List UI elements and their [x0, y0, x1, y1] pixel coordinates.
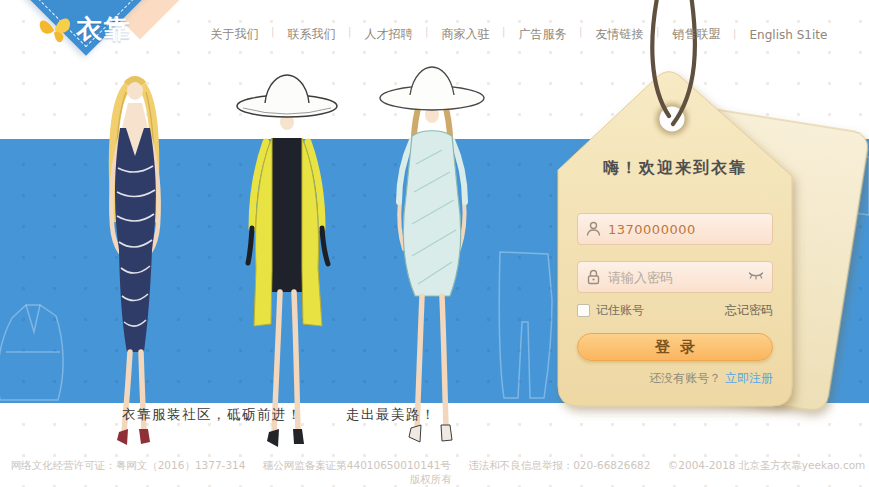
nav-item-about[interactable]: 关于我们 — [196, 26, 273, 43]
eye-closed-icon[interactable] — [748, 270, 764, 282]
register-row: 还没有账号？ 立即注册 — [577, 370, 773, 387]
lock-icon — [586, 269, 601, 285]
footer-report: 违法和不良信息举报：020-66826682 — [468, 459, 650, 471]
hero-slogan: 衣靠服装社区，砥砺前进！ 走出最美路！ — [122, 406, 436, 424]
login-panel: 嗨！欢迎来到衣靠 记住 — [556, 150, 794, 387]
remember-label: 记住账号 — [596, 302, 644, 319]
footer-license: 网络文化经营许可证：粤网文（2016）1377-314 — [11, 459, 246, 471]
remember-checkbox[interactable] — [577, 304, 590, 317]
account-field-wrapper — [577, 213, 773, 245]
tag-hole — [660, 107, 685, 132]
footer-record: 穗公网监备案证第44010650010141号 — [263, 459, 451, 471]
top-nav: 关于我们 联系我们 人才招聘 商家入驻 广告服务 友情链接 销售联盟 Engli… — [196, 26, 842, 43]
tag-hole-shadow — [656, 103, 688, 135]
person-icon — [586, 221, 601, 237]
no-account-label: 还没有账号？ — [649, 371, 721, 385]
nav-item-english[interactable]: English S1ite — [735, 28, 842, 42]
butterfly-icon — [38, 14, 72, 46]
slogan-right: 走出最美路！ — [346, 406, 436, 424]
slogan-left: 衣靠服装社区，砥砺前进！ — [122, 406, 302, 424]
footer: 网络文化经营许可证：粤网文（2016）1377-314 穗公网监备案证第4401… — [0, 459, 869, 487]
page: 衣靠 关于我们 联系我们 人才招聘 商家入驻 广告服务 友情链接 销售联盟 En… — [0, 0, 869, 487]
nav-item-merchants[interactable]: 商家入驻 — [427, 26, 504, 43]
password-field-wrapper — [577, 261, 773, 293]
brand-logo[interactable]: 衣靠 — [0, 0, 230, 120]
forgot-password-link[interactable]: 忘记密码 — [725, 302, 773, 319]
nav-item-careers[interactable]: 人才招聘 — [350, 26, 427, 43]
account-input[interactable] — [577, 213, 773, 245]
nav-item-links[interactable]: 友情链接 — [581, 26, 658, 43]
tag-rope — [652, 0, 695, 124]
password-input[interactable] — [577, 261, 773, 293]
nav-item-contact[interactable]: 联系我们 — [273, 26, 350, 43]
nav-item-ads[interactable]: 广告服务 — [504, 26, 581, 43]
login-button[interactable]: 登录 — [577, 333, 773, 361]
login-options-row: 记住账号 忘记密码 — [577, 302, 773, 319]
brand-name: 衣靠 — [76, 12, 132, 47]
register-link[interactable]: 立即注册 — [725, 371, 773, 385]
remember-account[interactable]: 记住账号 — [577, 302, 644, 319]
nav-item-sales[interactable]: 销售联盟 — [658, 26, 735, 43]
login-title: 嗨！欢迎来到衣靠 — [556, 158, 794, 180]
